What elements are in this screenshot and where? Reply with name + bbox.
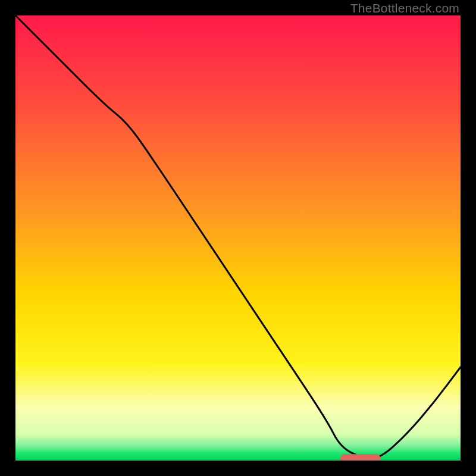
- watermark-text: TheBottleneck.com: [350, 1, 459, 15]
- bottleneck-chart: [15, 15, 461, 461]
- plot-area: [15, 15, 461, 461]
- optimum-marker: [340, 454, 380, 461]
- chart-frame: [15, 15, 461, 461]
